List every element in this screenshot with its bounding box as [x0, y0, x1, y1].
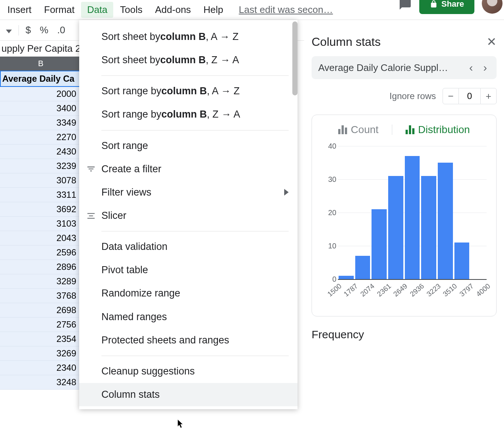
- menubar-right: Share: [399, 0, 503, 20]
- label-suffix: , Z → A: [206, 53, 239, 67]
- cell[interactable]: 3103: [0, 217, 81, 231]
- slicer-icon: [86, 211, 96, 221]
- menu-data-validation[interactable]: Data validation: [79, 235, 298, 258]
- share-label: Share: [441, 0, 464, 9]
- y-tick: 20: [328, 208, 336, 217]
- label: Create a filter: [101, 162, 161, 176]
- menu-sort-range-za[interactable]: Sort range by column B, Z → A: [79, 103, 298, 126]
- format-decimal[interactable]: .0: [54, 23, 69, 37]
- cell[interactable]: 3269: [0, 346, 81, 361]
- column-header-b[interactable]: B: [0, 57, 81, 71]
- menu-format[interactable]: Format: [38, 2, 80, 18]
- cell[interactable]: 2340: [0, 361, 81, 375]
- ignore-rows-decrement[interactable]: −: [443, 88, 459, 104]
- y-tick: 30: [328, 175, 336, 184]
- tab-label: Distribution: [418, 124, 470, 136]
- menu-slicer[interactable]: Slicer: [79, 204, 298, 227]
- y-axis: 010203040: [322, 146, 338, 279]
- menu-create-filter[interactable]: Create a filter: [79, 157, 298, 181]
- y-tick: 0: [332, 275, 336, 284]
- cell[interactable]: 3239: [0, 159, 81, 173]
- toolbar-more[interactable]: [2, 23, 16, 37]
- menu-tools[interactable]: Tools: [114, 2, 148, 18]
- avatar[interactable]: [482, 0, 503, 14]
- cell[interactable]: 3311: [0, 188, 81, 202]
- prev-column-button[interactable]: ‹: [466, 61, 476, 74]
- cell[interactable]: 3248: [0, 375, 81, 390]
- ignore-rows-label: Ignore rows: [390, 91, 436, 101]
- x-tick: 4000: [475, 282, 492, 298]
- cell[interactable]: 3349: [0, 116, 81, 130]
- histogram-bar: [421, 176, 436, 279]
- chart-tabs: Count Distribution: [318, 124, 490, 136]
- menu-pivot-table[interactable]: Pivot table: [79, 258, 298, 282]
- next-column-button[interactable]: ›: [480, 61, 490, 74]
- column-selector: Average Daily Calorie Suppl… ‹ ›: [312, 56, 497, 79]
- histogram-bar: [405, 156, 420, 279]
- last-edit-link[interactable]: Last edit was secon…: [239, 4, 333, 16]
- label-col: column B: [161, 84, 207, 98]
- cell[interactable]: 2596: [0, 245, 81, 260]
- x-tick: 3223: [425, 282, 443, 298]
- submenu-arrow-icon: [284, 189, 289, 196]
- label-suffix: , A → Z: [207, 84, 240, 98]
- menu-filter-views[interactable]: Filter views: [79, 181, 298, 204]
- cell[interactable]: 3768: [0, 289, 81, 303]
- cell[interactable]: 2270: [0, 130, 81, 145]
- ignore-rows-increment[interactable]: +: [480, 88, 497, 104]
- label-col: column B: [160, 53, 206, 67]
- cell[interactable]: 2000: [0, 87, 81, 101]
- lock-icon: [430, 0, 438, 8]
- y-tick: 10: [328, 242, 336, 250]
- menu-data[interactable]: Data: [81, 2, 113, 18]
- menu-protected-sheets[interactable]: Protected sheets and ranges: [79, 329, 298, 352]
- tab-distribution[interactable]: Distribution: [406, 124, 470, 136]
- menu-named-ranges[interactable]: Named ranges: [79, 305, 298, 329]
- close-button[interactable]: ✕: [487, 35, 497, 49]
- x-tick: 3510: [441, 282, 459, 298]
- menu-addons[interactable]: Add-ons: [149, 2, 197, 18]
- ignore-rows-stepper: − +: [443, 88, 497, 104]
- separator: [19, 25, 19, 35]
- menu-help[interactable]: Help: [198, 2, 229, 18]
- column-selector-label: Average Daily Calorie Suppl…: [318, 62, 462, 74]
- share-button[interactable]: Share: [419, 0, 474, 14]
- format-percent[interactable]: %: [36, 23, 52, 37]
- separator: [392, 125, 392, 135]
- cell[interactable]: 2698: [0, 303, 81, 318]
- menu-sort-range-az[interactable]: Sort range by column B, A → Z: [79, 79, 298, 103]
- cell[interactable]: 2756: [0, 318, 81, 332]
- format-currency[interactable]: $: [22, 23, 34, 37]
- ignore-rows-input[interactable]: [459, 88, 480, 104]
- stats-header: Column stats ✕: [312, 35, 497, 49]
- menu-insert[interactable]: Insert: [1, 2, 37, 18]
- cell[interactable]: 2430: [0, 145, 81, 159]
- menu-sort-sheet-az[interactable]: Sort sheet by column B, A → Z: [79, 25, 298, 48]
- menu-sort-range[interactable]: Sort range: [79, 134, 298, 157]
- cell[interactable]: 3289: [0, 274, 81, 289]
- cell[interactable]: 3692: [0, 202, 81, 217]
- mouse-cursor: [178, 419, 184, 429]
- comment-icon[interactable]: [399, 0, 412, 11]
- separator: [101, 130, 289, 130]
- cell[interactable]: 3400: [0, 101, 81, 116]
- distribution-chart-card: Count Distribution 010203040 15001787207…: [312, 115, 497, 316]
- x-tick: 1787: [342, 282, 360, 298]
- separator: [101, 75, 289, 76]
- menu-sort-sheet-za[interactable]: Sort sheet by column B, Z → A: [79, 48, 298, 72]
- label: Slicer: [101, 208, 127, 223]
- menu-randomize-range[interactable]: Randomize range: [79, 282, 298, 305]
- cell[interactable]: 2354: [0, 332, 81, 346]
- menu-column-stats[interactable]: Column stats: [79, 383, 298, 406]
- tab-count[interactable]: Count: [338, 124, 379, 136]
- cell[interactable]: 2896: [0, 260, 81, 274]
- label-prefix: Sort range by: [101, 84, 161, 98]
- cell[interactable]: 2043: [0, 231, 81, 245]
- cell[interactable]: 3078: [0, 173, 81, 188]
- x-axis-labels: 1500178720742361264929363223351037974000: [338, 280, 487, 298]
- menu-cleanup-suggestions[interactable]: Cleanup suggestions: [79, 360, 298, 383]
- sheet-fragment: upply Per Capita 20 B Average Daily Ca 2…: [0, 41, 81, 390]
- histogram-bar: [372, 209, 387, 279]
- x-tick: 2936: [409, 282, 426, 298]
- column-header-cell[interactable]: Average Daily Ca: [0, 71, 81, 87]
